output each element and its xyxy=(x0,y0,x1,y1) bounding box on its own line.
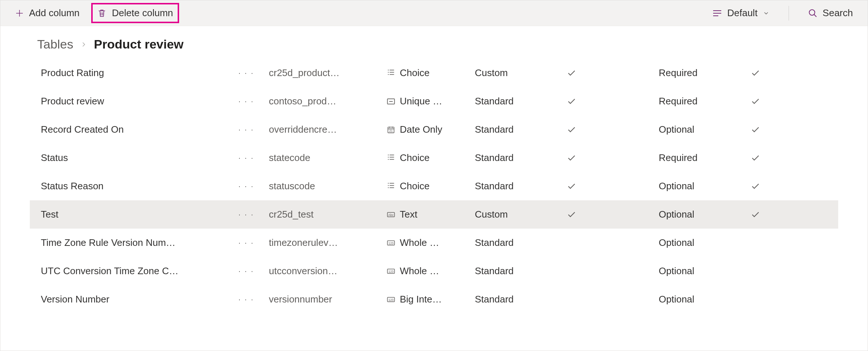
table-row[interactable]: Product review · · · contoso_prod… Uniqu… xyxy=(30,87,838,115)
column-data-type: Text xyxy=(387,209,475,220)
svg-point-0 xyxy=(809,10,815,15)
column-kind: Standard xyxy=(475,124,567,135)
column-schema-name: timezonerulev… xyxy=(269,237,387,248)
column-display-name: Version Number xyxy=(41,294,109,305)
column-required: Optional xyxy=(659,180,751,192)
table-row[interactable]: UTC Conversion Time Zone C… · · · utccon… xyxy=(30,257,838,285)
table-row[interactable]: Product Rating · · · cr25d_product… Choi… xyxy=(30,59,838,87)
table-row[interactable]: Record Created On · · · overriddencre… D… xyxy=(30,115,838,144)
search-label: Search xyxy=(823,7,853,19)
column-check-b xyxy=(751,153,795,163)
column-data-type: Whole … xyxy=(387,265,475,277)
row-more-button[interactable]: · · · xyxy=(238,69,254,77)
column-required: Optional xyxy=(659,265,751,277)
data-type-icon xyxy=(387,69,395,78)
data-type-icon xyxy=(387,125,395,134)
column-data-type: Choice xyxy=(387,67,475,79)
breadcrumb: Tables Product review xyxy=(0,26,868,59)
column-display-name: Product Rating xyxy=(41,67,104,79)
add-column-button[interactable]: Add column xyxy=(11,4,84,22)
row-more-button[interactable]: · · · xyxy=(238,295,254,304)
table-row[interactable]: Version Number · · · versionnumber Big I… xyxy=(30,285,838,314)
chevron-down-icon xyxy=(763,10,769,17)
row-more-button[interactable]: · · · xyxy=(238,154,254,162)
column-kind: Standard xyxy=(475,180,567,192)
breadcrumb-root[interactable]: Tables xyxy=(37,37,73,51)
column-display-name: Time Zone Rule Version Num… xyxy=(41,237,175,248)
column-kind: Standard xyxy=(475,265,567,277)
column-data-type: Choice xyxy=(387,152,475,164)
column-check-b xyxy=(751,97,795,106)
data-type-label: Choice xyxy=(400,180,430,192)
command-bar: Add column Delete column Default xyxy=(0,0,868,26)
column-required: Required xyxy=(659,96,751,107)
column-check-b xyxy=(751,125,795,135)
row-more-button[interactable]: · · · xyxy=(238,267,254,275)
column-check-a xyxy=(567,97,659,106)
column-data-type: Whole … xyxy=(387,237,475,248)
column-schema-name: overriddencre… xyxy=(269,124,387,135)
row-more-button[interactable]: · · · xyxy=(238,239,254,247)
search-button[interactable]: Search xyxy=(804,4,857,22)
data-type-icon xyxy=(387,267,395,276)
row-more-button[interactable]: · · · xyxy=(238,97,254,105)
toolbar-separator xyxy=(789,6,789,21)
column-kind: Standard xyxy=(475,96,567,107)
table-row[interactable]: Time Zone Rule Version Num… · · · timezo… xyxy=(30,229,838,257)
column-display-name: Test xyxy=(41,209,58,220)
breadcrumb-current: Product review xyxy=(94,37,184,51)
row-more-button[interactable]: · · · xyxy=(238,182,254,190)
column-required: Optional xyxy=(659,209,751,220)
column-check-a xyxy=(567,125,659,135)
column-data-type: Big Inte… xyxy=(387,294,475,305)
row-more-button[interactable]: · · · xyxy=(238,125,254,134)
data-type-icon xyxy=(387,295,395,304)
column-check-b xyxy=(751,182,795,191)
column-schema-name: statuscode xyxy=(269,180,387,192)
column-kind: Standard xyxy=(475,237,567,248)
column-display-name: Product review xyxy=(41,96,104,107)
column-check-a xyxy=(567,182,659,191)
column-schema-name: versionnumber xyxy=(269,294,387,305)
column-check-a xyxy=(567,153,659,163)
data-type-label: Text xyxy=(400,209,417,220)
row-more-button[interactable]: · · · xyxy=(238,210,254,219)
column-display-name: UTC Conversion Time Zone C… xyxy=(41,265,178,277)
table-row[interactable]: Status Reason · · · statuscode Choice St… xyxy=(30,172,838,200)
column-kind: Custom xyxy=(475,209,567,220)
column-display-name: Record Created On xyxy=(41,124,124,135)
column-kind: Standard xyxy=(475,294,567,305)
column-check-a xyxy=(567,210,659,219)
table-row[interactable]: Status · · · statecode Choice Standard R… xyxy=(30,144,838,172)
data-type-label: Big Inte… xyxy=(400,294,442,305)
app-frame: Add column Delete column Default xyxy=(0,0,868,351)
column-required: Required xyxy=(659,152,751,164)
column-display-name: Status xyxy=(41,152,68,164)
column-required: Optional xyxy=(659,294,751,305)
column-schema-name: statecode xyxy=(269,152,387,164)
delete-column-label: Delete column xyxy=(112,7,173,19)
column-kind: Standard xyxy=(475,152,567,164)
column-data-type: Unique … xyxy=(387,96,475,107)
view-selector[interactable]: Default xyxy=(708,4,773,22)
column-check-a xyxy=(567,68,659,78)
view-label: Default xyxy=(727,7,757,19)
data-type-icon xyxy=(387,154,395,162)
data-type-label: Whole … xyxy=(400,265,439,277)
data-type-label: Choice xyxy=(400,152,430,164)
column-required: Optional xyxy=(659,237,751,248)
column-schema-name: cr25d_product… xyxy=(269,67,387,79)
column-check-b xyxy=(751,68,795,78)
data-type-icon xyxy=(387,97,395,106)
data-type-label: Whole … xyxy=(400,237,439,248)
column-schema-name: contoso_prod… xyxy=(269,96,387,107)
data-type-icon xyxy=(387,182,395,191)
table-row[interactable]: Test · · · cr25d_test Text Custom Option… xyxy=(30,200,838,229)
column-data-type: Choice xyxy=(387,180,475,192)
column-required: Optional xyxy=(659,124,751,135)
chevron-right-icon xyxy=(81,40,86,49)
delete-column-button[interactable]: Delete column xyxy=(91,3,179,23)
search-icon xyxy=(808,8,818,18)
column-check-b xyxy=(751,210,795,219)
columns-grid: Product Rating · · · cr25d_product… Choi… xyxy=(0,59,868,314)
